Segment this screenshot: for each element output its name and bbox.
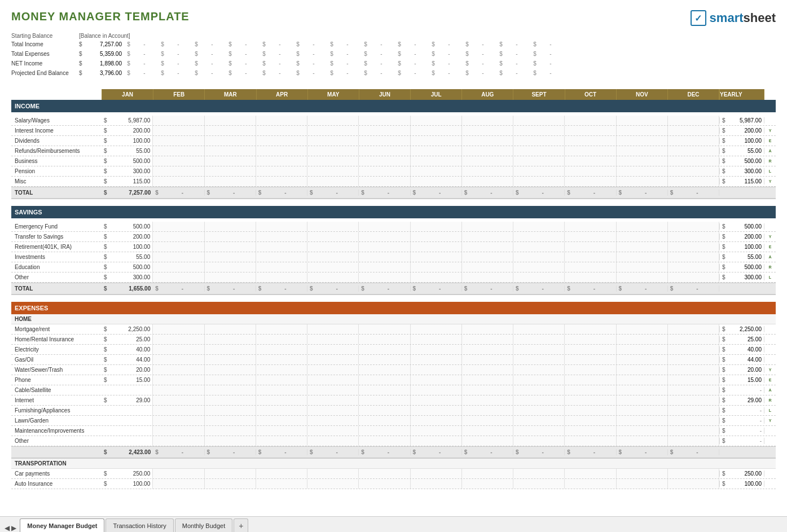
row-label: Electricity (11, 346, 102, 353)
table-row: Cable/Satellite$-A (11, 385, 776, 395)
row-label: Car payments (11, 471, 102, 477)
tab-money-manager-budget[interactable]: Money Manager Budget (20, 518, 104, 532)
yearly-side-label: A (764, 255, 776, 259)
yearly-side-label: L (764, 408, 776, 412)
month-header-may: MAY (308, 89, 359, 100)
yearly-side-label: Y (764, 368, 776, 372)
yearly-side-label: R (764, 265, 776, 269)
tab-bar: ◀ ▶ Money Manager BudgetTransaction Hist… (0, 516, 787, 532)
table-row: Investments$55.00$55.00A (11, 252, 776, 262)
smartsheet-check-icon: ✓ (691, 10, 706, 26)
yearly-side-label: E (764, 245, 776, 249)
yearly-side-label: R (764, 398, 776, 402)
table-row: Emergency Fund$500.00$500.00 (11, 222, 776, 232)
table-row: Home/Rental Insurance$25.00$25.00 (11, 335, 776, 345)
table-row: Lawn/Garden$-Y (11, 416, 776, 426)
row-label: Investments (11, 254, 102, 260)
row-label: Pension (11, 168, 102, 174)
summary-row-label: Projected End Balance (11, 70, 79, 76)
table-row: Interest Income$200.00$200.00Y (11, 126, 776, 136)
row-label: Auto Insurance (11, 481, 102, 487)
table-row: Education$500.00$500.00R (11, 262, 776, 272)
row-label: Other (11, 274, 102, 280)
add-tab-button[interactable]: + (234, 518, 248, 532)
spreadsheet: JANFEBMARAPRMAYJUNJULAUGSEPTOCTNOVDEC YE… (0, 83, 787, 489)
row-label: Retirement(401K, IRA) (11, 244, 102, 250)
row-label: Refunds/Reimbursements (11, 148, 102, 154)
starting-balance-note: [Balance in Account] (79, 33, 130, 39)
row-label: Lawn/Garden (11, 417, 102, 424)
table-row: Gas/Oil$44.00$44.00 (11, 355, 776, 365)
table-row: Mortgage/rent$2,250.00$2,250.00 (11, 324, 776, 335)
row-label: Home/Rental Insurance (11, 336, 102, 342)
smartsheet-logo-text: smartsheet (710, 11, 776, 25)
row-label: Maintenance/Improvements (11, 428, 102, 434)
page-title: MONEY MANAGER TEMPLATE (11, 10, 190, 23)
tab-monthly-budget[interactable]: Monthly Budget (175, 518, 232, 532)
table-row: Transfer to Savings$200.00$200.00Y (11, 232, 776, 242)
yearly-side-label: L (764, 275, 776, 279)
table-row: Furnishing/Appliances$-L (11, 406, 776, 416)
month-header-dec: DEC (668, 89, 719, 100)
row-label: Mortgage/rent (11, 326, 102, 332)
month-header-aug: AUG (462, 89, 513, 100)
row-label: Business (11, 158, 102, 164)
month-header-sept: SEPT (513, 89, 565, 100)
savings-total-row: TOTAL $ 1,655.00 $-$-$-$-$-$-$-$-$-$-$- (11, 283, 776, 295)
yearly-header: YEARLY (719, 89, 764, 100)
row-label: Misc (11, 178, 102, 184)
month-header-jan: JAN (102, 89, 153, 100)
summary-row: Projected End Balance$3,796.00$-$-$-$-$-… (11, 68, 776, 78)
yearly-side-label: R (764, 159, 776, 163)
month-header-row: JANFEBMARAPRMAYJUNJULAUGSEPTOCTNOVDEC YE… (11, 89, 776, 100)
row-label: Education (11, 264, 102, 270)
yearly-side-label: A (764, 388, 776, 392)
table-row: Internet$29.00$29.00R (11, 395, 776, 406)
row-label: Dividends (11, 138, 102, 144)
table-row: Salary/Wages$5,987.00$5,987.00 (11, 116, 776, 126)
yearly-side-label: Y (764, 419, 776, 423)
table-row: Dividends$100.00$100.00E (11, 136, 776, 146)
yearly-side-label: Y (764, 179, 776, 183)
summary-row: Total Income$7,257.00$-$-$-$-$-$-$-$-$-$… (11, 39, 776, 49)
transportation-subsection-header: TRANSPORTATION (11, 459, 776, 469)
summary-row-label: NET Income (11, 60, 79, 67)
table-row: Auto Insurance$100.00$100.00 (11, 479, 776, 489)
row-label: Internet (11, 397, 102, 403)
month-header-feb: FEB (153, 89, 205, 100)
tab-nav-arrows[interactable]: ◀ ▶ (2, 524, 19, 532)
expenses-section-header: EXPENSES (11, 302, 776, 314)
month-header-apr: APR (257, 89, 308, 100)
row-label: Cable/Satellite (11, 387, 102, 393)
table-row: Maintenance/Improvements$- (11, 426, 776, 436)
table-row: Retirement(401K, IRA)$100.00$100.00E (11, 242, 776, 252)
table-row: Refunds/Reimbursements$55.00$55.00A (11, 146, 776, 156)
row-label: Gas/Oil (11, 357, 102, 363)
row-label: Furnishing/Appliances (11, 407, 102, 414)
month-header-jun: JUN (359, 89, 411, 100)
yearly-side-label: Y (764, 129, 776, 133)
table-row: Other$- (11, 436, 776, 446)
savings-section-header: SAVINGS (11, 206, 776, 218)
row-label: Transfer to Savings (11, 234, 102, 240)
yearly-side-label: E (764, 139, 776, 143)
month-header-nov: NOV (617, 89, 668, 100)
row-label: Emergency Fund (11, 223, 102, 230)
month-header-jul: JUL (411, 89, 462, 100)
header: MONEY MANAGER TEMPLATE ✓ smartsheet (0, 0, 787, 30)
table-row: Phone$15.00$15.00E (11, 375, 776, 385)
table-row: Business$500.00$500.00R (11, 156, 776, 166)
home-total-row: $ 2,423.00 $-$-$-$-$-$-$-$-$-$-$- (11, 446, 776, 459)
summary-row: Total Expenses$5,359.00$-$-$-$-$-$-$-$-$… (11, 49, 776, 59)
summary-section: Starting Balance [Balance in Account] To… (0, 30, 787, 83)
tab-transaction-history[interactable]: Transaction History (105, 518, 173, 532)
home-subsection-header: HOME (11, 314, 776, 324)
income-total-row: TOTAL $ 7,257.00 $-$-$-$-$-$-$-$-$-$-$- (11, 187, 776, 199)
table-row: Water/Sewer/Trash$20.00$20.00Y (11, 365, 776, 375)
summary-row-label: Total Expenses (11, 51, 79, 57)
table-row: Misc$115.00$115.00Y (11, 177, 776, 187)
starting-balance-label: Starting Balance (11, 33, 79, 39)
income-section-header: INCOME (11, 100, 776, 112)
table-row: Car payments$250.00$250.00 (11, 469, 776, 479)
table-row: Pension$300.00$300.00L (11, 166, 776, 177)
